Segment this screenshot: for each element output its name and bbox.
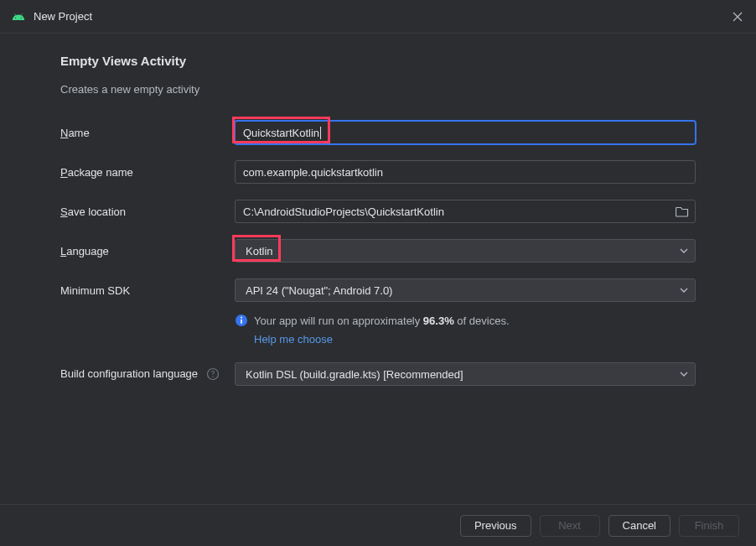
chevron-down-icon <box>680 247 688 255</box>
previous-button[interactable]: Previous <box>460 515 531 537</box>
chevron-down-icon <box>680 286 688 294</box>
row-package: Package name <box>60 160 696 184</box>
cancel-button[interactable]: Cancel <box>608 515 671 537</box>
language-select[interactable]: Kotlin <box>235 239 696 263</box>
location-input[interactable] <box>235 200 696 223</box>
info-text: Your app will run on approximately 96.3%… <box>254 313 510 347</box>
folder-icon[interactable] <box>676 205 689 217</box>
package-input[interactable] <box>235 160 696 184</box>
label-buildconfig: Build configuration language <box>60 367 235 382</box>
next-button: Next <box>540 515 600 537</box>
info-row: Your app will run on approximately 96.3%… <box>235 313 696 347</box>
help-icon[interactable] <box>206 367 220 381</box>
page-title: Empty Views Activity <box>60 54 696 68</box>
label-name: Name <box>60 127 235 139</box>
row-buildconfig: Build configuration language Kotlin DSL … <box>60 362 696 386</box>
android-icon <box>12 10 25 23</box>
info-icon <box>235 314 248 327</box>
titlebar: New Project <box>0 0 756 34</box>
row-name: Name QuickstartKotlin <box>60 121 696 144</box>
row-minsdk: Minimum SDK API 24 ("Nougat"; Android 7.… <box>60 278 696 302</box>
finish-button: Finish <box>679 515 739 537</box>
buildconfig-select[interactable]: Kotlin DSL (build.gradle.kts) [Recommend… <box>235 362 696 386</box>
dialog-content: Empty Views Activity Creates a new empty… <box>0 34 756 386</box>
minsdk-select[interactable]: API 24 ("Nougat"; Android 7.0) <box>235 278 696 302</box>
chevron-down-icon <box>680 370 688 378</box>
row-location: Save location <box>60 200 696 223</box>
label-package: Package name <box>60 166 235 179</box>
close-icon[interactable] <box>731 10 744 23</box>
label-language: Language <box>60 245 235 257</box>
name-input[interactable]: QuickstartKotlin <box>235 121 696 144</box>
label-location: Save location <box>60 205 235 218</box>
label-minsdk: Minimum SDK <box>60 284 235 297</box>
svg-point-3 <box>241 317 242 319</box>
page-subtitle: Creates a new empty activity <box>60 83 696 96</box>
button-bar: Previous Next Cancel Finish <box>0 504 756 546</box>
row-language: Language Kotlin <box>60 239 696 263</box>
window-title: New Project <box>34 10 731 23</box>
help-me-choose-link[interactable]: Help me choose <box>254 331 510 348</box>
svg-rect-4 <box>241 320 242 324</box>
